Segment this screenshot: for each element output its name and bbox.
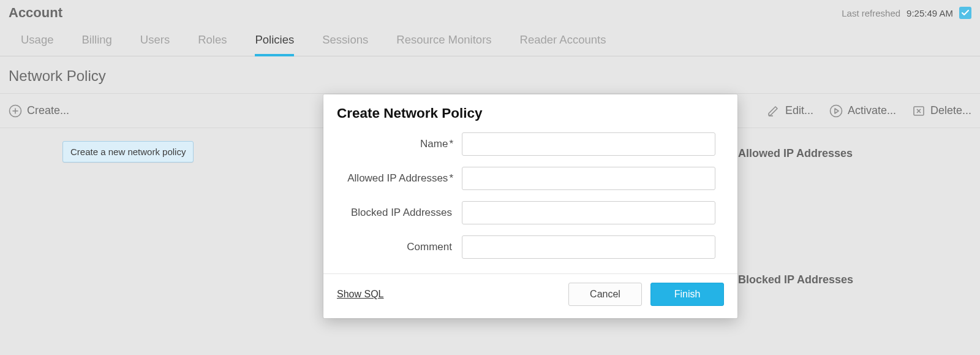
pencil-icon: [767, 104, 780, 118]
blocked-ip-panel-title: Blocked IP Addresses: [738, 273, 853, 286]
tab-reader-accounts[interactable]: Reader Accounts: [520, 33, 606, 54]
create-tooltip: Create a new network policy: [62, 141, 194, 162]
create-network-policy-dialog: Create Network Policy Name* Allowed IP A…: [323, 94, 737, 318]
activate-button-label: Activate...: [848, 104, 896, 117]
delete-button-label: Delete...: [930, 104, 971, 117]
name-required-mark: *: [449, 138, 453, 150]
play-circle-icon: [829, 104, 843, 118]
svg-line-6: [917, 109, 921, 113]
tabs-bar: Usage Billing Users Roles Policies Sessi…: [0, 22, 980, 56]
blocked-field-label: Blocked IP Addresses: [351, 207, 452, 218]
delete-button[interactable]: Delete...: [912, 104, 971, 118]
tab-usage[interactable]: Usage: [21, 33, 53, 54]
tab-sessions[interactable]: Sessions: [322, 33, 368, 54]
last-refreshed-time: 9:25:49 AM: [907, 8, 953, 18]
refresh-check-icon[interactable]: [959, 7, 971, 19]
header-bar: Account Last refreshed 9:25:49 AM: [0, 0, 980, 22]
finish-button[interactable]: Finish: [650, 283, 724, 306]
svg-rect-5: [914, 107, 924, 115]
create-button[interactable]: Create...: [9, 104, 69, 118]
allowed-ip-panel-title: Allowed IP Addresses: [738, 147, 853, 160]
edit-button[interactable]: Edit...: [767, 104, 813, 118]
tab-users[interactable]: Users: [140, 33, 170, 54]
cancel-button[interactable]: Cancel: [568, 283, 642, 306]
allowed-required-mark: *: [449, 172, 453, 184]
activate-button[interactable]: Activate...: [829, 104, 896, 118]
last-refreshed-label: Last refreshed: [842, 8, 900, 18]
tab-billing[interactable]: Billing: [81, 33, 111, 54]
blocked-ip-field[interactable]: [462, 201, 715, 224]
delete-x-icon: [912, 104, 925, 118]
comment-field-label: Comment: [407, 241, 452, 253]
dialog-title: Create Network Policy: [323, 94, 737, 126]
tab-roles[interactable]: Roles: [198, 33, 227, 54]
plus-circle-icon: [9, 104, 22, 118]
svg-line-7: [917, 109, 921, 113]
page-title: Account: [9, 5, 62, 21]
name-field[interactable]: [462, 132, 715, 156]
show-sql-link[interactable]: Show SQL: [337, 289, 383, 300]
svg-point-0: [10, 105, 21, 116]
name-field-label: Name: [420, 138, 448, 150]
edit-button-label: Edit...: [785, 104, 813, 117]
create-tooltip-text: Create a new network policy: [70, 147, 186, 157]
allowed-ip-field[interactable]: [462, 167, 715, 190]
create-button-label: Create...: [27, 104, 69, 117]
svg-point-4: [830, 105, 842, 116]
tab-resource-monitors[interactable]: Resource Monitors: [396, 33, 491, 54]
subheader: Network Policy: [0, 56, 980, 94]
sub-title: Network Policy: [9, 67, 971, 85]
tab-policies[interactable]: Policies: [255, 33, 294, 56]
comment-field[interactable]: [462, 235, 715, 259]
allowed-field-label: Allowed IP Addresses: [347, 172, 448, 184]
